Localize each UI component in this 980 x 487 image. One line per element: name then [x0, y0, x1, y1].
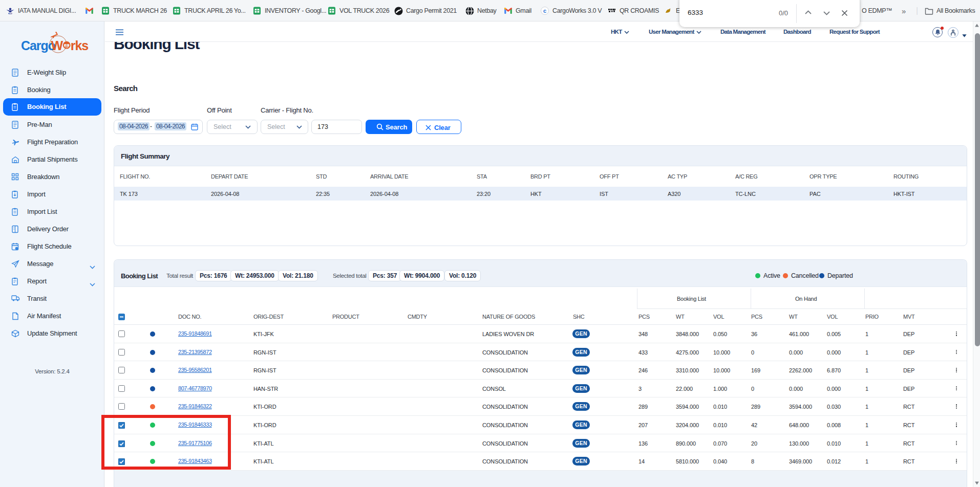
svg-text:IATA: IATA: [9, 12, 12, 14]
svg-text:Cargo: Cargo: [21, 38, 56, 53]
svg-text:c: c: [543, 8, 546, 14]
svg-text:W: W: [51, 38, 63, 53]
svg-text:rks: rks: [71, 38, 88, 53]
